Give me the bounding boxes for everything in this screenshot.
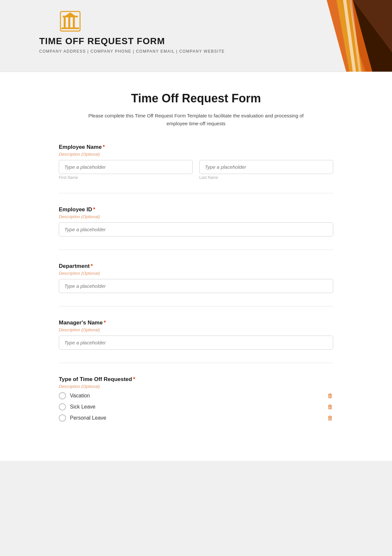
delete-personal-leave-icon[interactable]: 🗑 xyxy=(327,415,333,422)
radio-sick-leave-left: Sick Leave xyxy=(59,403,95,410)
department-section: Department* Description (Optional) xyxy=(59,263,333,293)
header-title: TIME OFF REQUEST FORM xyxy=(39,36,165,46)
last-name-col: Last Name xyxy=(199,160,333,180)
divider-2 xyxy=(59,250,333,250)
delete-sick-leave-icon[interactable]: 🗑 xyxy=(327,404,333,410)
managers-name-section: Manager's Name* Description (Optional) xyxy=(59,320,333,350)
logo-icon xyxy=(59,10,82,33)
radio-option-vacation: Vacation 🗑 xyxy=(59,392,333,399)
radio-option-sick-leave: Sick Leave 🗑 xyxy=(59,403,333,410)
employee-name-description: Description (Optional) xyxy=(59,152,333,157)
time-off-type-section: Type of Time Off Requested* Description … xyxy=(59,376,333,422)
first-name-input[interactable] xyxy=(59,160,193,174)
header-subtitle: COMPANY ADDRESS | COMPANY PHONE | COMPAN… xyxy=(39,49,225,54)
department-description: Description (Optional) xyxy=(59,271,333,276)
time-off-type-label: Type of Time Off Requested* xyxy=(59,376,333,383)
employee-name-label: Employee Name* xyxy=(59,144,333,150)
employee-id-description: Description (Optional) xyxy=(59,214,333,219)
managers-name-input[interactable] xyxy=(59,336,333,350)
svg-rect-2 xyxy=(68,17,70,27)
logo-area xyxy=(20,10,82,33)
radio-sick-leave-label: Sick Leave xyxy=(70,404,95,410)
employee-id-section: Employee ID* Description (Optional) xyxy=(59,206,333,236)
radio-sick-leave-circle[interactable] xyxy=(59,403,66,410)
first-name-col: First Name xyxy=(59,160,193,180)
page-header: TIME OFF REQUEST FORM COMPANY ADDRESS | … xyxy=(0,0,392,72)
svg-rect-5 xyxy=(61,27,79,29)
svg-rect-3 xyxy=(73,17,75,27)
divider-4 xyxy=(59,363,333,363)
main-content: Time Off Request Form Please complete th… xyxy=(0,72,392,461)
divider-3 xyxy=(59,306,333,306)
employee-id-input[interactable] xyxy=(59,222,333,236)
department-label: Department* xyxy=(59,263,333,269)
svg-rect-4 xyxy=(63,16,78,17)
time-off-type-description: Description (Optional) xyxy=(59,384,333,389)
radio-vacation-circle[interactable] xyxy=(59,392,66,399)
radio-personal-leave-label: Personal Leave xyxy=(70,415,106,421)
delete-vacation-icon[interactable]: 🗑 xyxy=(327,392,333,399)
divider-1 xyxy=(59,193,333,193)
svg-marker-6 xyxy=(65,12,75,16)
svg-rect-1 xyxy=(64,17,66,27)
radio-vacation-left: Vacation xyxy=(59,392,90,399)
employee-id-label: Employee ID* xyxy=(59,206,333,213)
name-row: First Name Last Name xyxy=(59,160,333,180)
managers-name-description: Description (Optional) xyxy=(59,327,333,332)
radio-option-personal-leave: Personal Leave 🗑 xyxy=(59,414,333,422)
form-title: Time Off Request Form xyxy=(59,92,333,105)
radio-vacation-label: Vacation xyxy=(70,393,90,399)
employee-name-section: Employee Name* Description (Optional) Fi… xyxy=(59,144,333,180)
last-name-input[interactable] xyxy=(199,160,333,174)
first-name-sublabel: First Name xyxy=(59,175,193,180)
department-input[interactable] xyxy=(59,279,333,293)
last-name-sublabel: Last Name xyxy=(199,175,333,180)
form-description: Please complete this Time Off Request Fo… xyxy=(82,112,310,128)
managers-name-label: Manager's Name* xyxy=(59,320,333,326)
radio-personal-leave-left: Personal Leave xyxy=(59,414,106,422)
radio-personal-leave-circle[interactable] xyxy=(59,414,66,422)
